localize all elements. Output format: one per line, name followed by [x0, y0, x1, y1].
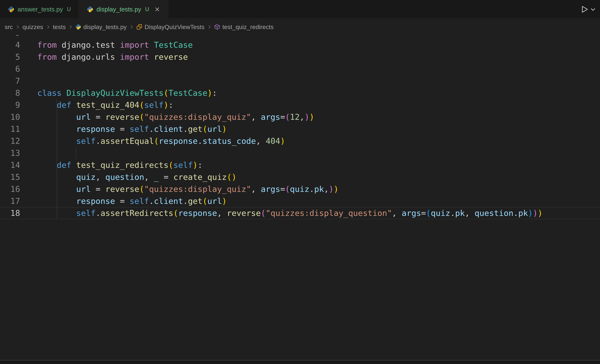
line-number: 13: [0, 147, 20, 159]
code-text[interactable]: [20, 63, 37, 75]
line-number: 8: [0, 87, 20, 99]
breadcrumb-item-file[interactable]: display_tests.py: [75, 23, 127, 30]
breadcrumb-item-quizzes[interactable]: quizzes: [22, 23, 43, 30]
code-line[interactable]: 4from django.test import TestCase: [0, 39, 600, 51]
code-line[interactable]: 17 response = self.client.get(url): [0, 195, 600, 207]
code-line[interactable]: 5from django.urls import reverse: [0, 51, 600, 63]
code-text[interactable]: quiz, question, _ = create_quiz(): [20, 171, 236, 183]
tab-bar: answer_tests.py U display_tests.py U: [0, 0, 600, 19]
code-line[interactable]: 13: [0, 147, 600, 159]
code-text[interactable]: [20, 147, 37, 159]
tab-label: answer_tests.py: [18, 6, 63, 13]
code-line[interactable]: 18 self.assertRedirects(response, revers…: [0, 207, 600, 219]
editor-actions: [580, 0, 600, 19]
tab-answer-tests[interactable]: answer_tests.py U: [0, 0, 79, 19]
code-line[interactable]: 9 def test_quiz_404(self):: [0, 99, 600, 111]
tab-display-tests[interactable]: display_tests.py U: [79, 0, 168, 19]
code-text[interactable]: url = reverse("quizzes:display_quiz", ar…: [20, 183, 338, 195]
code-text[interactable]: def test_quiz_404(self):: [20, 99, 173, 111]
chevron-right-icon: [206, 24, 212, 30]
python-icon: [8, 6, 14, 13]
code-line[interactable]: 10 url = reverse("quizzes:display_quiz",…: [0, 111, 600, 123]
code-text[interactable]: class DisplayQuizViewTests(TestCase):: [20, 87, 217, 99]
tab-label: display_tests.py: [96, 6, 141, 13]
code-editor[interactable]: 34from django.test import TestCase5from …: [0, 35, 600, 364]
line-number: 16: [0, 183, 20, 195]
code-text[interactable]: [20, 75, 37, 87]
indent-guide: [57, 99, 57, 219]
code-line[interactable]: 6: [0, 63, 600, 75]
line-number: 17: [0, 195, 20, 207]
line-number: 12: [0, 135, 20, 147]
code-line[interactable]: 3: [0, 35, 600, 39]
git-untracked-badge: U: [67, 6, 71, 13]
chevron-right-icon: [68, 24, 73, 30]
method-icon: [214, 24, 220, 30]
code-line[interactable]: 7: [0, 75, 600, 87]
line-number: 4: [0, 39, 20, 51]
code-line[interactable]: 14 def test_quiz_redirects(self):: [0, 159, 600, 171]
breadcrumb-item-class[interactable]: DisplayQuizViewTests: [136, 23, 204, 30]
line-number: 11: [0, 123, 20, 135]
line-number: 14: [0, 159, 20, 171]
git-untracked-badge: U: [145, 6, 149, 13]
line-number: 3: [0, 35, 20, 39]
code-text[interactable]: from django.test import TestCase: [20, 39, 193, 51]
breadcrumb: src quizzes tests display_tests.py: [0, 19, 600, 35]
line-number: 7: [0, 75, 20, 87]
code-text[interactable]: response = self.client.get(url): [20, 195, 227, 207]
line-number: 15: [0, 171, 20, 183]
code-text[interactable]: [20, 35, 37, 39]
line-number: 5: [0, 51, 20, 63]
code-text[interactable]: from django.urls import reverse: [20, 51, 188, 63]
code-line[interactable]: 11 response = self.client.get(url): [0, 123, 600, 135]
chevron-right-icon: [129, 24, 134, 30]
line-number: 9: [0, 99, 20, 111]
code-line[interactable]: 16 url = reverse("quizzes:display_quiz",…: [0, 183, 600, 195]
code-text[interactable]: response = self.client.get(url): [20, 123, 227, 135]
indent-guide: [76, 147, 76, 159]
code-text[interactable]: self.assertEqual(response.status_code, 4…: [20, 135, 285, 147]
class-icon: [136, 24, 142, 30]
line-number: 10: [0, 111, 20, 123]
code-text[interactable]: url = reverse("quizzes:display_quiz", ar…: [20, 111, 314, 123]
breadcrumb-item-method[interactable]: test_quiz_redirects: [214, 23, 273, 30]
run-dropdown-button[interactable]: [590, 6, 596, 13]
chevron-right-icon: [45, 24, 51, 30]
run-button[interactable]: [580, 5, 589, 14]
code-line[interactable]: 8class DisplayQuizViewTests(TestCase):: [0, 87, 600, 99]
python-icon: [87, 6, 93, 13]
code-text[interactable]: def test_quiz_redirects(self):: [20, 159, 202, 171]
chevron-right-icon: [15, 24, 20, 30]
code-lines: 34from django.test import TestCase5from …: [0, 35, 600, 219]
code-text[interactable]: self.assertRedirects(response, reverse("…: [20, 207, 543, 219]
code-line[interactable]: 15 quiz, question, _ = create_quiz(): [0, 171, 600, 183]
close-icon[interactable]: [154, 6, 160, 12]
line-number: 6: [0, 63, 20, 75]
bottom-edge: [0, 360, 600, 364]
code-line[interactable]: 12 self.assertEqual(response.status_code…: [0, 135, 600, 147]
breadcrumb-item-tests[interactable]: tests: [53, 23, 66, 30]
breadcrumb-item-src[interactable]: src: [5, 23, 13, 30]
python-icon: [75, 24, 81, 30]
line-number: 18: [0, 207, 20, 219]
